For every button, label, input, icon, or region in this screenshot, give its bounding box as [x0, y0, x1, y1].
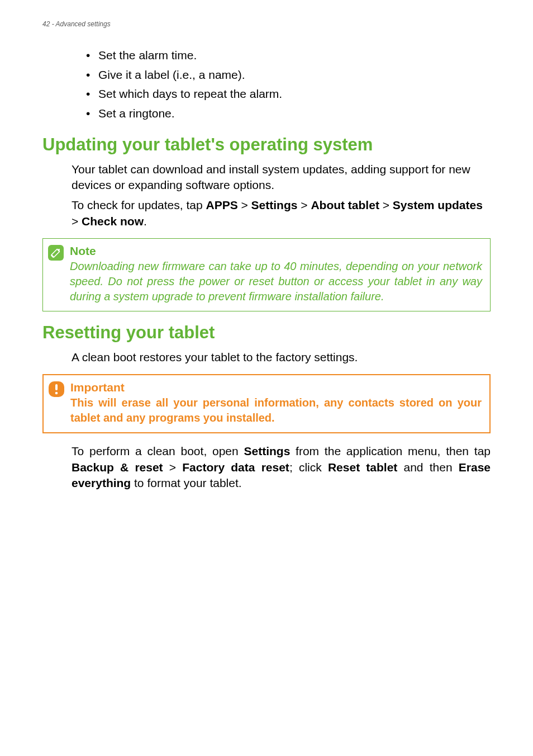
resetting-para-1: A clean boot restores your tablet to the…	[72, 349, 491, 365]
updating-para-1: Your tablet can download and install sys…	[72, 162, 491, 193]
alarm-options-list: Set the alarm time. Give it a label (i.e…	[86, 46, 491, 124]
heading-updating-os: Updating your tablet's operating system	[42, 135, 491, 155]
resetting-para-2: To perform a clean boot, open Settings f…	[72, 443, 491, 491]
page-number: 42	[42, 20, 50, 28]
list-item: Set which days to repeat the alarm.	[86, 84, 491, 104]
note-callout: Note Downloading new firmware can take u…	[42, 238, 491, 311]
updating-para-2: To check for updates, tap APPS > Setting…	[72, 197, 491, 229]
pencil-icon	[47, 244, 64, 261]
header-section-name: Advanced settings	[56, 20, 111, 28]
list-item: Give it a label (i.e., a name).	[86, 65, 491, 85]
important-callout: Important This will erase all your perso…	[42, 374, 491, 433]
important-body: This will erase all your personal inform…	[70, 395, 482, 426]
note-body: Downloading new firmware can take up to …	[70, 259, 482, 304]
document-page: 42 - Advanced settings Set the alarm tim…	[0, 0, 533, 529]
warning-icon	[48, 381, 65, 398]
important-title: Important	[70, 381, 482, 394]
svg-rect-0	[48, 245, 64, 261]
page-header: 42 - Advanced settings	[42, 20, 491, 28]
heading-resetting: Resetting your tablet	[42, 323, 491, 343]
svg-rect-5	[55, 384, 58, 390]
note-title: Note	[70, 244, 482, 258]
list-item: Set the alarm time.	[86, 46, 491, 65]
svg-point-6	[55, 392, 58, 395]
list-item: Set a ringtone.	[86, 104, 491, 124]
